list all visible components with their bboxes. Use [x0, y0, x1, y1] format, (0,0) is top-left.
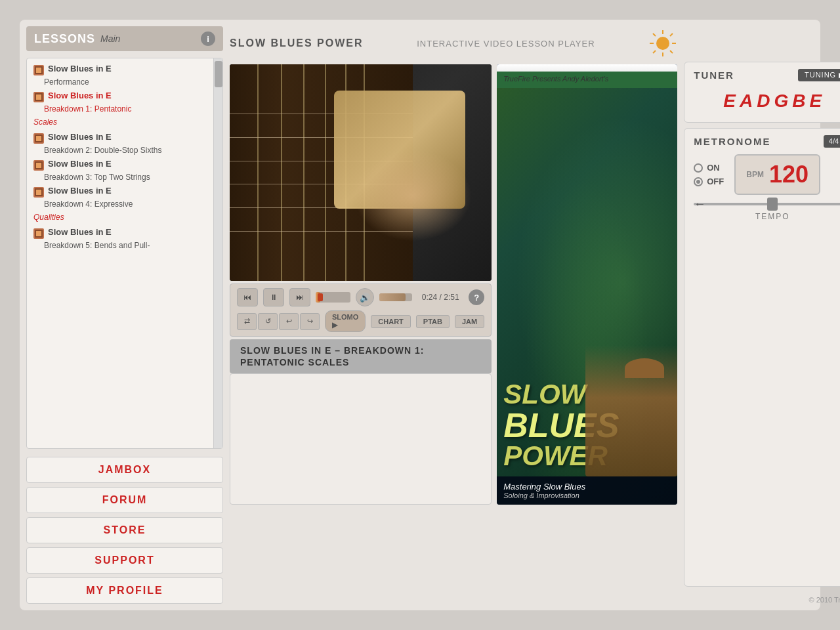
tempo-label: TEMPO [694, 212, 840, 221]
video-player: ⏮ ⏸ ⏭ 🔊 0:24 / 2:51 ? [230, 64, 492, 505]
tuner-section: TUNER TUNING ▶ E A D G B E [684, 62, 840, 123]
video-frame[interactable] [230, 64, 492, 281]
cover-soloing-text: Soloing & Improvisation [503, 492, 671, 499]
playback-controls: ⏮ ⏸ ⏭ 🔊 0:24 / 2:51 ? [237, 288, 484, 306]
scrollbar[interactable] [213, 58, 222, 448]
radio-off[interactable]: OFF [694, 177, 724, 186]
list-item: Slow Blues in E Breakdown 2: Double-Stop… [30, 131, 212, 155]
tuner-note-a: A [740, 91, 753, 112]
time-sig-button[interactable]: 4/4 ▶ [824, 135, 840, 148]
page-title: SLOW BLUES POWER [230, 37, 364, 49]
main-content: SLOW BLUES POWER INTERACTIVE VIDEO LESSO… [223, 26, 677, 604]
lesson-icon [33, 228, 44, 239]
cover-guitarist-hat [625, 358, 664, 378]
tempo-track[interactable]: ← → [694, 203, 840, 205]
sidebar: LESSONS Main i Slow Blues in E Performan… [26, 26, 223, 604]
scrollbar-thumb [215, 61, 222, 87]
subtitle-text: SLOW BLUES IN E – BREAKDOWN 1: PENTATONI… [240, 345, 424, 368]
tuner-notes: E A D G B E [694, 87, 840, 116]
bpm-value: 120 [769, 161, 808, 188]
lessons-list: Slow Blues in E Performance Slow Blues i… [27, 58, 222, 448]
help-button[interactable]: ? [469, 289, 484, 305]
cover-mastering-text: Mastering Slow Blues [503, 482, 671, 492]
radio-off-dot [696, 180, 700, 184]
controls-bar: ⏮ ⏸ ⏭ 🔊 0:24 / 2:51 ? [230, 284, 492, 337]
radio-off-label: OFF [707, 177, 724, 186]
ptab-button[interactable]: PTAB [416, 315, 450, 328]
loop-ab-button[interactable]: ⇄ [237, 313, 257, 330]
tuner-note-d: D [757, 91, 770, 112]
svg-line-5 [653, 33, 656, 36]
volume-icon[interactable]: 🔊 [356, 288, 374, 306]
lesson-title-6: Slow Blues in E [48, 227, 112, 237]
lesson-item-2[interactable]: Slow Blues in E [30, 89, 212, 104]
lesson-subtitle-6[interactable]: Breakdown 5: Bends and Pull- [30, 241, 212, 250]
lesson-title-1: Slow Blues in E [48, 64, 112, 74]
tuner-note-g: G [774, 91, 788, 112]
repeat-button[interactable]: ↺ [258, 313, 278, 330]
section-label-scales: Scales [30, 116, 212, 128]
right-panel: TUNER TUNING ▶ E A D G B E METRONOME 4/4… [677, 26, 840, 604]
svg-line-6 [670, 51, 673, 53]
extra-controls: ⇄ ↺ ↩ ↪ SLOMO ▶ CHART PTAB JAM [237, 310, 484, 332]
radio-on-circle [694, 163, 703, 173]
lesson-item-4[interactable]: Slow Blues in E [30, 158, 212, 172]
volume-slider[interactable] [379, 293, 412, 301]
album-cover: TrueFire Presents Andy Aledort's SLOW BL… [497, 64, 677, 505]
cover-top: TrueFire Presents Andy Aledort's [497, 64, 677, 88]
metronome-controls: ON OFF BPM 120 [694, 154, 840, 195]
lesson-item-6[interactable]: Slow Blues in E [30, 226, 212, 240]
lesson-icon [33, 160, 44, 171]
slomo-button[interactable]: SLOMO ▶ [325, 310, 366, 332]
lesson-subtitle-5[interactable]: Breakdown 4: Expressive [30, 200, 212, 209]
lesson-item-3[interactable]: Slow Blues in E [30, 131, 212, 145]
svg-line-8 [653, 51, 656, 53]
jam-button[interactable]: JAM [455, 315, 484, 328]
lesson-item-1[interactable]: Slow Blues in E [30, 62, 212, 77]
progress-thumb [318, 293, 323, 301]
lesson-subtitle-4[interactable]: Breakdown 3: Top Two Strings [30, 173, 212, 182]
redo-button[interactable]: ↪ [300, 313, 320, 330]
list-item: Slow Blues in E Breakdown 3: Top Two Str… [30, 158, 212, 182]
main-header: SLOW BLUES POWER INTERACTIVE VIDEO LESSO… [230, 26, 677, 60]
support-button[interactable]: SUPPORT [26, 547, 223, 574]
rewind-button[interactable]: ⏮ [237, 288, 258, 306]
fast-forward-button[interactable]: ⏭ [289, 288, 310, 306]
progress-bar[interactable] [316, 292, 350, 303]
interactive-label: INTERACTIVE VIDEO LESSON PLAYER [417, 39, 595, 49]
forum-button[interactable]: FORUM [26, 487, 223, 513]
my-profile-button[interactable]: MY PROFILE [26, 578, 223, 604]
lesson-icon [33, 133, 44, 144]
chart-button[interactable]: CHART [371, 315, 411, 328]
tempo-arrow-left[interactable]: ← [694, 198, 705, 211]
info-icon[interactable]: i [201, 32, 215, 46]
hand-overlay [354, 150, 472, 242]
lesson-title-3: Slow Blues in E [48, 132, 112, 142]
undo-button[interactable]: ↩ [279, 313, 299, 330]
tempo-thumb[interactable] [767, 198, 778, 211]
lesson-subtitle-1[interactable]: Performance [30, 77, 212, 87]
tuning-button[interactable]: TUNING ▶ [798, 69, 840, 81]
lesson-title-5: Slow Blues in E [48, 186, 112, 196]
lesson-subtitle-3[interactable]: Breakdown 2: Double-Stop Sixths [30, 146, 212, 155]
cover-guitarist [585, 345, 677, 476]
store-button[interactable]: STORE [26, 517, 223, 543]
section-label-qualities: Qualities [30, 211, 212, 223]
svg-line-7 [670, 33, 673, 36]
lesson-icon [33, 65, 44, 75]
metronome-header: METRONOME 4/4 ▶ [694, 135, 840, 148]
sidebar-header: LESSONS Main i [26, 26, 223, 51]
radio-on[interactable]: ON [694, 163, 724, 173]
subtitle-bar: SLOW BLUES IN E – BREAKDOWN 1: PENTATONI… [230, 339, 492, 373]
lessons-list-wrapper: Slow Blues in E Performance Slow Blues i… [26, 58, 223, 449]
tuner-note-e2: E [809, 91, 822, 112]
tuner-note-e1: E [723, 91, 736, 112]
lesson-item-5[interactable]: Slow Blues in E [30, 184, 212, 199]
volume-fill [379, 293, 406, 301]
pause-button[interactable]: ⏸ [263, 288, 284, 306]
radio-group: ON OFF [694, 163, 724, 186]
cover-truefire-text: TrueFire Presents Andy Aledort's [503, 75, 608, 83]
jambox-button[interactable]: JAMBOX [26, 457, 223, 483]
right-panel-spacer [684, 26, 840, 56]
lesson-subtitle-2[interactable]: Breakdown 1: Pentatonic [30, 104, 212, 114]
